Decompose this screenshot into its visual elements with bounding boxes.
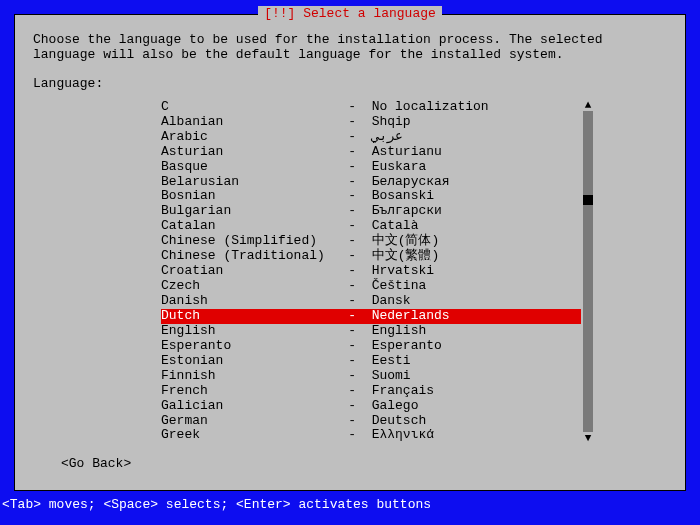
scroll-down-icon[interactable]: ▼ <box>583 432 593 445</box>
language-row[interactable]: Greek - Ελληνικά <box>161 428 581 443</box>
language-row[interactable]: Belarusian - Беларуская <box>161 175 581 190</box>
language-row[interactable]: Galician - Galego <box>161 399 581 414</box>
language-row[interactable]: Croatian - Hrvatski <box>161 264 581 279</box>
footer-hint: <Tab> moves; <Space> selects; <Enter> ac… <box>2 498 431 513</box>
language-row[interactable]: Esperanto - Esperanto <box>161 339 581 354</box>
language-row[interactable]: Bulgarian - Български <box>161 204 581 219</box>
dialog-title-row: [!!] Select a language <box>15 7 685 22</box>
language-list[interactable]: C - No localizationAlbanian - ShqipArabi… <box>161 100 581 444</box>
language-row[interactable]: Chinese (Traditional) - 中文(繁體) <box>161 249 581 264</box>
scrollbar[interactable]: ▲ ▼ <box>583 100 593 444</box>
language-row[interactable]: Dutch - Nederlands <box>161 309 581 324</box>
language-row[interactable]: Basque - Euskara <box>161 160 581 175</box>
language-row[interactable]: German - Deutsch <box>161 414 581 429</box>
instructions-text: Choose the language to be used for the i… <box>33 33 667 63</box>
language-row[interactable]: Catalan - Català <box>161 219 581 234</box>
language-list-wrap: C - No localizationAlbanian - ShqipArabi… <box>161 100 593 444</box>
go-back-button[interactable]: <Go Back> <box>61 457 131 472</box>
language-row[interactable]: Czech - Čeština <box>161 279 581 294</box>
scroll-up-icon[interactable]: ▲ <box>583 99 593 112</box>
language-row[interactable]: Danish - Dansk <box>161 294 581 309</box>
language-row[interactable]: Asturian - Asturianu <box>161 145 581 160</box>
language-row[interactable]: Albanian - Shqip <box>161 115 581 130</box>
scroll-thumb[interactable] <box>583 195 593 205</box>
language-label: Language: <box>33 77 667 92</box>
language-row[interactable]: French - Français <box>161 384 581 399</box>
dialog-title: [!!] Select a language <box>258 6 442 21</box>
language-row[interactable]: Finnish - Suomi <box>161 369 581 384</box>
language-row[interactable]: C - No localization <box>161 100 581 115</box>
language-dialog: [!!] Select a language Choose the langua… <box>14 14 686 491</box>
language-row[interactable]: English - English <box>161 324 581 339</box>
language-row[interactable]: Bosnian - Bosanski <box>161 189 581 204</box>
language-row[interactable]: Arabic - عربي <box>161 130 581 145</box>
language-row[interactable]: Chinese (Simplified) - 中文(简体) <box>161 234 581 249</box>
language-row[interactable]: Estonian - Eesti <box>161 354 581 369</box>
dialog-content: Choose the language to be used for the i… <box>15 15 685 482</box>
